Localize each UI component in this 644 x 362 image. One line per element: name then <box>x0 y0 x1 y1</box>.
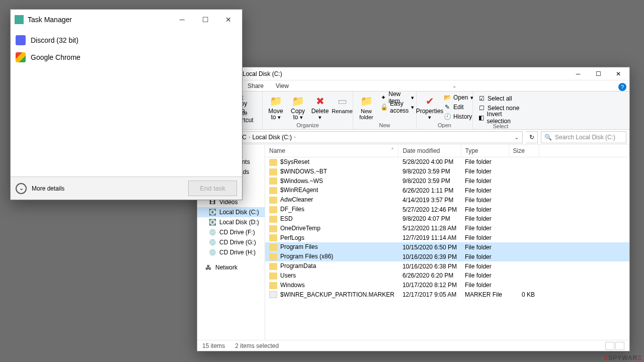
new-folder-button[interactable]: 📁New folder <box>356 93 376 121</box>
folder-icon <box>269 168 277 175</box>
nav-item[interactable]: 💿CD Drive (H:) <box>197 247 265 257</box>
table-row[interactable]: DF_Files5/27/2020 12:46 PMFile folder <box>265 205 629 214</box>
move-to-button[interactable]: 📁Move to ▾ <box>266 93 286 121</box>
nav-item[interactable]: 💿CD Drive (F:) <box>197 227 265 237</box>
drive-icon: 💽 <box>208 209 216 216</box>
invert-icon: ◧ <box>478 114 485 121</box>
minimize-button[interactable]: ─ <box>568 68 588 80</box>
process-name: Google Chrome <box>31 53 80 61</box>
col-type[interactable]: Type <box>461 145 509 157</box>
open-icon: 📂 <box>444 94 451 101</box>
network-icon: 🖧 <box>204 264 212 271</box>
copy-to-button[interactable]: 📁Copy to ▾ <box>288 93 308 121</box>
drive-icon: 💽 <box>208 219 216 226</box>
tab-view[interactable]: View <box>270 81 295 91</box>
process-name: Discord (32 bit) <box>31 36 78 44</box>
close-button[interactable]: ✕ <box>217 12 240 27</box>
folder-icon <box>269 216 277 223</box>
refresh-button[interactable]: ↻ <box>526 131 538 143</box>
folder-icon <box>269 187 277 194</box>
group-label: Open <box>420 121 469 129</box>
app-icon <box>16 35 26 45</box>
folder-icon <box>269 206 277 213</box>
table-row[interactable]: ProgramData10/16/2020 6:38 PMFile folder <box>265 261 629 271</box>
edit-icon: ✎ <box>444 104 451 111</box>
chevron-down-icon[interactable]: ⌄ <box>514 134 519 141</box>
history-button[interactable]: 🕘History <box>442 112 475 121</box>
col-size[interactable]: Size <box>509 145 539 157</box>
breadcrumb[interactable]: 💻 › This PC › Local Disk (C:) › ⌄ <box>208 131 523 143</box>
new-folder-icon: 📁 <box>359 94 373 108</box>
move-icon: 📁 <box>269 94 283 108</box>
taskmgr-titlebar[interactable]: Task Manager ─ ☐ ✕ <box>11 10 242 30</box>
process-row[interactable]: Google Chrome <box>11 49 242 66</box>
table-row[interactable]: AdwCleaner4/14/2019 3:57 PMFile folder <box>265 195 629 205</box>
rename-button[interactable]: ▭Rename <box>332 93 352 121</box>
delete-button[interactable]: ✖Delete▾ <box>310 93 330 121</box>
table-row[interactable]: Program Files10/15/2020 6:50 PMFile fold… <box>265 242 629 252</box>
select-all-button[interactable]: ☑Select all <box>476 94 525 103</box>
folder-icon <box>269 225 277 232</box>
properties-button[interactable]: ✔Properties▾ <box>420 93 440 121</box>
window-title: Task Manager <box>28 16 171 24</box>
search-input[interactable]: 🔍 Search Local Disk (C:) <box>541 131 626 143</box>
table-row[interactable]: PerfLogs12/7/2019 11:14 AMFile folder <box>265 233 629 243</box>
delete-icon: ✖ <box>313 94 327 108</box>
folder-icon <box>269 263 277 270</box>
table-row[interactable]: $SysReset5/28/2020 4:00 PMFile folder <box>265 157 629 167</box>
table-row[interactable]: $Windows.~WS9/8/2020 3:59 PMFile folder <box>265 176 629 186</box>
folder-icon <box>269 273 277 280</box>
close-button[interactable]: ✕ <box>608 68 628 80</box>
explorer-titlebar[interactable]: Local Disk (C:) ─ ☐ ✕ <box>197 67 629 80</box>
table-row[interactable]: $WINRE_BACKUP_PARTITION.MARKER12/17/2017… <box>265 290 629 300</box>
taskmgr-icon <box>15 15 24 24</box>
col-date[interactable]: Date modified <box>398 145 461 157</box>
item-count: 15 items <box>202 342 225 349</box>
table-row[interactable]: Program Files (x86)10/16/2020 6:39 PMFil… <box>265 252 629 261</box>
easy-access-button[interactable]: 🔓Easy access ▾ <box>378 103 416 112</box>
table-row[interactable]: $WinREAgent6/26/2020 1:11 PMFile folder <box>265 186 629 195</box>
task-manager-window: Task Manager ─ ☐ ✕ Discord (32 bit)Googl… <box>10 9 243 200</box>
table-row[interactable]: ESD9/8/2020 4:07 PMFile folder <box>265 214 629 224</box>
folder-icon <box>269 234 277 241</box>
table-row[interactable]: $WINDOWS.~BT9/8/2020 3:59 PMFile folder <box>265 167 629 176</box>
table-row[interactable]: OneDriveTemp5/12/2020 11:28 AMFile folde… <box>265 224 629 233</box>
process-list: Discord (32 bit)Google Chrome <box>11 30 242 68</box>
edit-button[interactable]: ✎Edit <box>442 103 475 112</box>
tab-share[interactable]: Share <box>242 81 270 91</box>
table-row[interactable]: Windows10/17/2020 8:12 PMFile folder <box>265 281 629 290</box>
view-details-icon[interactable] <box>605 342 614 350</box>
search-icon: 🔍 <box>544 134 552 141</box>
table-row[interactable]: Users6/26/2020 6:20 PMFile folder <box>265 271 629 281</box>
drive-icon: 💿 <box>208 229 216 236</box>
ribbon-collapse-icon[interactable]: ⌃ <box>452 85 456 91</box>
open-button[interactable]: 📂Open ▾ <box>442 93 475 102</box>
minimize-button[interactable]: ─ <box>171 12 194 27</box>
end-task-button[interactable]: End task <box>188 180 237 196</box>
ribbon: 📋 Paste ✂Cut ⧉Copy path ↗Paste shortcut … <box>197 92 629 130</box>
folder-icon <box>269 159 277 166</box>
breadcrumb-item[interactable]: Local Disk (C:) <box>252 134 292 141</box>
group-label: Organize <box>266 121 350 129</box>
rename-icon: ▭ <box>335 94 349 108</box>
invert-selection-button[interactable]: ◧Invert selection <box>476 113 525 122</box>
view-large-icon[interactable] <box>615 342 624 350</box>
app-icon <box>16 52 26 62</box>
select-all-icon: ☑ <box>478 95 485 102</box>
nav-item[interactable]: 💽Local Disk (D:) <box>197 217 265 227</box>
ribbon-tabs: Share View ⌃ ? <box>197 80 629 92</box>
maximize-button[interactable]: ☐ <box>588 68 608 80</box>
nav-item[interactable]: 💿CD Drive (G:) <box>197 237 265 247</box>
help-icon[interactable]: ? <box>618 83 626 91</box>
col-name[interactable]: Name ˄ <box>265 145 398 157</box>
nav-network[interactable]: 🖧Network <box>197 262 265 273</box>
explorer-window: Local Disk (C:) ─ ☐ ✕ Share View ⌃ ? 📋 P… <box>197 67 630 351</box>
maximize-button[interactable]: ☐ <box>194 12 217 27</box>
folder-icon <box>269 253 277 260</box>
nav-item[interactable]: 💽Local Disk (C:) <box>197 207 265 217</box>
more-details-button[interactable]: ⌄ More details <box>16 183 64 194</box>
copy-icon: 📁 <box>291 94 305 108</box>
drive-icon: 💿 <box>208 249 216 256</box>
select-none-icon: ☐ <box>478 105 485 112</box>
process-row[interactable]: Discord (32 bit) <box>11 32 242 49</box>
